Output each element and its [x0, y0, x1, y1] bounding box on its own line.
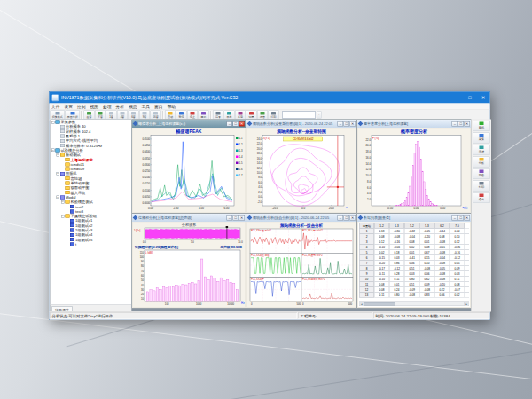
minimize-button[interactable]: –	[450, 92, 464, 104]
menu-item-7[interactable]: 工具	[139, 104, 153, 110]
svg-text:PCL,XX相位 deg: PCL,XX相位 deg	[251, 254, 270, 257]
svg-text:0.50: 0.50	[440, 207, 445, 210]
toolbar-button-18[interactable]: 打印	[269, 111, 279, 120]
panel-minimize-button[interactable]: –	[452, 215, 458, 221]
toolbar-separator	[82, 111, 83, 119]
panel-titlebar-table[interactable]: 数据列表[测量值]–□✕	[357, 214, 471, 222]
panel-minimize-button[interactable]: –	[227, 215, 233, 221]
svg-text:30: 30	[141, 288, 144, 292]
panel-maximize-button[interactable]: □	[458, 121, 465, 127]
right-toolbar-button-4[interactable]: 报告	[473, 168, 490, 179]
panel-maximize-button[interactable]: □	[458, 215, 465, 221]
tree-item-icon	[60, 139, 65, 143]
panel-maximize-button[interactable]: □	[233, 215, 239, 221]
maximize-button[interactable]: □	[464, 92, 477, 104]
close-button[interactable]: ✕	[477, 92, 490, 104]
panel-titlebar-pdf[interactable]: 概率密度分析[上海远程课堂]–□✕	[357, 120, 471, 128]
right-toolbar-button-3[interactable]: 分析	[473, 157, 490, 168]
toolbar-button-2[interactable]: 左窗	[84, 111, 95, 120]
right-toolbar-button-5[interactable]: 打印	[473, 181, 490, 192]
svg-text:14.0: 14.0	[366, 162, 372, 166]
menu-item-0[interactable]: 文件	[50, 104, 63, 110]
tree-expander[interactable]: −	[61, 200, 65, 204]
tree-expander[interactable]: −	[51, 149, 55, 153]
panel-titlebar-frf[interactable]: 频响函数分析(综合分析)[组1] - 2020-06-24 22:05–□✕	[246, 214, 356, 222]
svg-text:0.0350: 0.0350	[142, 157, 150, 160]
toolbar-button-14[interactable]: 平衡	[224, 111, 235, 120]
menu-item-5[interactable]: 分析	[113, 104, 127, 110]
table-row[interactable]: 130.110.80-0.080.830.060.020.08	[359, 293, 469, 298]
scroll-right-arrow[interactable]: ▸	[465, 302, 469, 306]
toolbar-button-11[interactable]: 停止	[187, 111, 198, 120]
panel-minimize-button[interactable]: –	[452, 121, 458, 127]
panel-close-button[interactable]: ✕	[465, 215, 471, 221]
tree-item[interactable]: t	[51, 242, 131, 246]
panel-titlebar-octave[interactable]: 倍频程分析[上海远程课堂][总声级]–□✕	[132, 214, 246, 222]
menu-item-9[interactable]: 帮助	[165, 104, 178, 110]
toolbar-button-17[interactable]: 报告	[257, 111, 268, 120]
panel-title: 倍频程分析[上海远程课堂][总声级]	[138, 215, 226, 221]
toolbar-button-13[interactable]: 清零	[213, 111, 223, 120]
right-toolbar-button-6[interactable]: 退出	[473, 192, 490, 203]
svg-text:2.0: 2.0	[258, 191, 262, 194]
tree-expander[interactable]: −	[57, 153, 60, 157]
tree-item-icon	[66, 168, 70, 171]
tree-item-icon	[66, 186, 70, 190]
toolbar-combobox[interactable]	[282, 112, 316, 119]
panel-minimize-button[interactable]: –	[338, 215, 344, 221]
toolbar-button-3[interactable]: 下窗	[95, 111, 106, 120]
tree-expander[interactable]: −	[61, 215, 65, 218]
main-content: −采集参数分析频率 40采样频率 102.4量程挡 1平均方式: 线性平均频率分…	[50, 120, 490, 312]
panel-close-button[interactable]: ✕	[465, 121, 471, 127]
svg-text:0.0400: 0.0400	[142, 150, 150, 153]
panel-maximize-button[interactable]: □	[344, 215, 350, 221]
toolbar-button-5[interactable]: 4窗	[117, 111, 128, 120]
panel-minimize-button[interactable]: –	[227, 121, 233, 127]
tree-expander[interactable]: −	[51, 121, 55, 124]
svg-text:CD:95d974.6.b02: CD:95d974.6.b02	[293, 137, 314, 141]
table-cell: 0.83	[419, 293, 434, 298]
toolbar-button-10[interactable]: 暂停	[176, 111, 187, 120]
menu-item-3[interactable]: 视图	[88, 104, 101, 110]
panel-minimize-button[interactable]: –	[338, 121, 344, 127]
table-hscrollbar[interactable]: ◂▸	[359, 302, 469, 307]
panel-maximize-button[interactable]: □	[344, 121, 350, 127]
toolbar-button-6[interactable]: 6窗	[129, 111, 139, 120]
toolbar-button-9[interactable]: 启动	[165, 111, 176, 120]
menu-item-2[interactable]: 控制	[75, 104, 89, 110]
panel-titlebar-spectrum[interactable]: 幅值谱分析_上海远程课堂(x,t)–□✕	[132, 120, 246, 128]
menu-item-1[interactable]: 设置	[62, 104, 75, 110]
right-toolbar-button-1[interactable]: 采集	[473, 133, 490, 144]
panel-close-button[interactable]: ✕	[239, 215, 246, 221]
svg-text:0: 0	[302, 302, 304, 306]
svg-text:16.0: 16.0	[257, 157, 262, 160]
scroll-thumb[interactable]	[364, 302, 395, 306]
status-project-number: 工程编号:	[298, 313, 372, 319]
tree-expander[interactable]: −	[57, 172, 60, 176]
octave-chart: 全程波形1:[Pa]0.05.010.0倍频程分析[1/3倍频程,A计权]总声级…	[133, 223, 245, 308]
table-cell: 0.11	[374, 293, 389, 298]
panel-titlebar-nyquist[interactable]: 频响函数分析(奈奎斯特图)[组1] - 2020-06-24 22:05–□✕	[246, 120, 356, 128]
menu-item-4[interactable]: 处理	[101, 104, 114, 110]
toolbar-button-12[interactable]: 回放	[199, 111, 209, 120]
toolbar-button-4[interactable]: 1窗	[106, 111, 117, 120]
tree-expander[interactable]: −	[57, 196, 60, 200]
toolbar-button-7[interactable]: 9窗	[139, 111, 150, 120]
toolbar-button-1[interactable]: 界面分析	[66, 111, 81, 120]
toolbar-button-15[interactable]: 标定	[235, 111, 246, 120]
right-toolbar-button-2[interactable]: 示波	[473, 145, 490, 155]
menu-item-6[interactable]: 模态	[127, 104, 140, 110]
menu-item-8[interactable]: 窗口	[153, 104, 166, 110]
panel-close-button[interactable]: ✕	[350, 215, 356, 221]
tree-item-label: t	[75, 242, 76, 246]
panel-body-pdf: 概率密度分析2.04.06.08.010.012.014.016.018.020…	[358, 129, 470, 213]
toolbar-button-16[interactable]: 记录	[246, 111, 257, 120]
toolbar-button-8[interactable]: 16窗	[151, 111, 161, 120]
right-toolbar-button-0[interactable]: 新机	[473, 121, 490, 131]
panel-close-button[interactable]: ✕	[239, 121, 246, 127]
toolbar-button-0[interactable]: 归集模式	[51, 111, 66, 120]
panel-maximize-button[interactable]: □	[233, 121, 239, 127]
panel-close-button[interactable]: ✕	[350, 121, 356, 127]
toolbar-combo-button[interactable]: ·	[317, 112, 322, 119]
toolbar-separator	[162, 111, 164, 119]
